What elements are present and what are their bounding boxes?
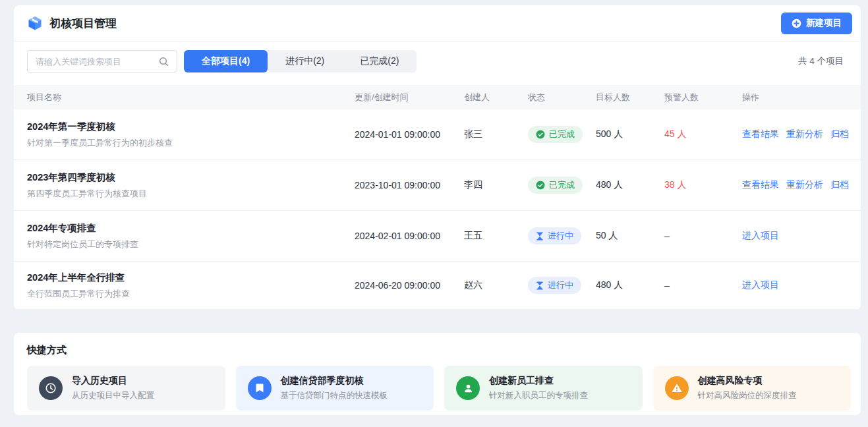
target-count: 500 人: [596, 128, 664, 140]
shortcut-import-history[interactable]: 导入历史项目 从历史项目中导入配置: [27, 366, 225, 411]
shortcut-title: 创建信贷部季度初核: [281, 375, 388, 387]
page-title: 初核项目管理: [49, 16, 117, 31]
action-archive[interactable]: 归档: [830, 128, 849, 140]
hourglass-icon: [536, 281, 544, 290]
shortcut-title: 导入历史项目: [72, 375, 154, 387]
action-reanalyze[interactable]: 重新分析: [786, 128, 823, 140]
cube-icon: [27, 15, 43, 31]
check-circle-icon: [536, 130, 545, 139]
status-badge-completed: 已完成: [528, 177, 583, 194]
table-row: 2024年专项排查 针对特定岗位员工的专项排查 2024-02-01 09:00…: [14, 211, 861, 262]
col-warning-count: 预警人数: [664, 92, 742, 103]
col-creator: 创建人: [464, 92, 528, 103]
project-creator: 张三: [464, 128, 528, 140]
new-project-button[interactable]: 新建项目: [781, 13, 852, 34]
table-row: 2024年上半年全行排查 全行范围员工异常行为排查 2024-06-20 09:…: [14, 262, 861, 310]
hourglass-icon: [536, 232, 544, 241]
warning-count: 45 人: [664, 128, 742, 140]
search-icon[interactable]: [159, 57, 169, 67]
filter-tabs: 全部项目(4) 进行中(2) 已完成(2): [184, 50, 417, 72]
project-creator: 李四: [464, 179, 528, 191]
tab-completed[interactable]: 已完成(2): [342, 50, 417, 72]
total-project-count: 共 4 个项目: [798, 55, 844, 67]
project-desc: 第四季度员工异常行为核查项目: [27, 188, 355, 200]
search-box[interactable]: [27, 50, 177, 72]
action-view-results[interactable]: 查看结果: [742, 128, 779, 140]
col-update-time: 更新/创建时间: [355, 92, 464, 103]
project-creator: 赵六: [464, 279, 528, 291]
warning-count: 38 人: [664, 179, 742, 191]
target-count: 480 人: [596, 179, 664, 191]
warning-count: –: [664, 231, 742, 241]
clock-icon: [39, 376, 63, 400]
user-icon: [456, 376, 480, 400]
shortcut-create-high-risk-special[interactable]: 创建高风险专项 针对高风险岗位的深度排查: [653, 366, 852, 411]
shortcut-title: 创建新员工排查: [489, 375, 588, 387]
table-row: 2024年第一季度初核 针对第一季度员工异常行为的初步核查 2024-01-01…: [14, 109, 861, 160]
shortcuts-panel: 快捷方式 导入历史项目 从历史项目中导入配置 创建信贷部季度初核: [14, 333, 861, 415]
status-badge-in-progress: 进行中: [528, 277, 581, 294]
project-creator: 王五: [464, 230, 528, 242]
project-time: 2024-02-01 09:00:00: [355, 231, 464, 241]
plus-circle-icon: [792, 18, 801, 28]
shortcut-desc: 针对新入职员工的专项排查: [489, 390, 588, 401]
bookmark-icon: [248, 376, 272, 400]
project-name: 2024年专项排查: [27, 222, 355, 235]
action-archive[interactable]: 归档: [830, 179, 849, 191]
status-badge-in-progress: 进行中: [528, 227, 581, 244]
col-actions: 操作: [742, 92, 850, 103]
target-count: 480 人: [596, 279, 664, 291]
project-desc: 针对特定岗位员工的专项排查: [27, 239, 355, 250]
shortcuts-title: 快捷方式: [27, 344, 851, 356]
table-row: 2023年第四季度初核 第四季度员工异常行为核查项目 2023-10-01 09…: [14, 160, 861, 211]
project-name: 2024年第一季度初核: [27, 121, 355, 133]
warning-triangle-icon: [665, 376, 689, 400]
target-count: 50 人: [596, 230, 664, 242]
tab-in-progress[interactable]: 进行中(2): [268, 50, 342, 72]
status-badge-completed: 已完成: [528, 126, 583, 143]
project-desc: 全行范围员工异常行为排查: [27, 288, 355, 300]
project-name: 2023年第四季度初核: [27, 171, 355, 184]
tab-all-projects[interactable]: 全部项目(4): [184, 50, 268, 72]
action-view-results[interactable]: 查看结果: [742, 179, 779, 191]
check-circle-icon: [536, 181, 545, 190]
table-header: 项目名称 更新/创建时间 创建人 状态 目标人数 预警人数 操作: [14, 85, 861, 109]
action-enter-project[interactable]: 进入项目: [742, 279, 779, 291]
project-time: 2023-10-01 09:00:00: [355, 180, 464, 190]
project-management-panel: 初核项目管理 新建项目 全部项目(4) 进行中(2): [14, 5, 861, 310]
project-desc: 针对第一季度员工异常行为的初步核查: [27, 137, 355, 149]
shortcut-create-credit-review[interactable]: 创建信贷部季度初核 基于信贷部门特点的快速模板: [236, 366, 434, 411]
page-header: 初核项目管理 新建项目: [14, 5, 861, 42]
shortcut-title: 创建高风险专项: [698, 375, 797, 387]
shortcut-desc: 基于信贷部门特点的快速模板: [281, 390, 388, 401]
shortcut-create-new-employee-check[interactable]: 创建新员工排查 针对新入职员工的专项排查: [444, 366, 643, 411]
action-reanalyze[interactable]: 重新分析: [786, 179, 823, 191]
shortcut-desc: 针对高风险岗位的深度排查: [698, 390, 797, 401]
col-status: 状态: [528, 92, 596, 103]
action-enter-project[interactable]: 进入项目: [742, 230, 779, 242]
warning-count: –: [664, 280, 742, 291]
search-input[interactable]: [36, 57, 148, 67]
project-time: 2024-01-01 09:00:00: [355, 129, 464, 140]
col-target-count: 目标人数: [596, 92, 664, 103]
project-name: 2024年上半年全行排查: [27, 271, 355, 284]
project-time: 2024-06-20 09:00:00: [355, 280, 464, 291]
shortcut-desc: 从历史项目中导入配置: [72, 390, 154, 401]
toolbar: 全部项目(4) 进行中(2) 已完成(2) 共 4 个项目: [14, 42, 861, 78]
col-project-name: 项目名称: [27, 92, 355, 103]
